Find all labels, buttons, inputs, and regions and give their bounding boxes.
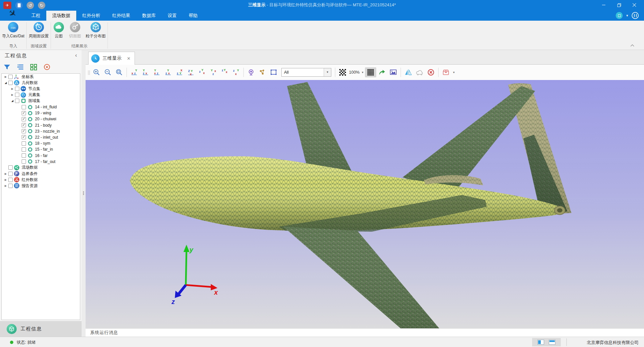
view-iso-nw-icon[interactable]: zYx: [219, 67, 230, 77]
toolbar-drag-handle[interactable]: ||: [87, 70, 91, 75]
ribbon-button-clock[interactable]: 周期面设置: [27, 22, 51, 39]
zoom-in-icon[interactable]: [91, 67, 102, 77]
view-iso-ne-icon[interactable]: zxY: [230, 67, 242, 77]
tree-row-元素集[interactable]: ▶元素集: [2, 92, 80, 98]
zoom-out-icon[interactable]: [102, 67, 114, 77]
tree-row-18-sym[interactable]: 18 - sym: [2, 140, 80, 146]
tree-row-坐标系[interactable]: ▶Yzx坐标系: [2, 74, 80, 80]
filter-icon[interactable]: [3, 63, 11, 71]
tree-checkbox[interactable]: [22, 105, 26, 109]
view-bottom-icon[interactable]: ZYX: [185, 67, 196, 77]
view-right-icon[interactable]: zxY: [162, 67, 174, 77]
tree-row-报告资源[interactable]: ▶报告资源: [2, 183, 80, 189]
panel-footer-bar[interactable]: 工程信息: [0, 321, 82, 337]
tree-row-19-wing[interactable]: 19 - wing: [2, 110, 80, 116]
ribbon-button-cas[interactable]: cas导入Cas/Dat: [0, 22, 26, 39]
tree-checkbox[interactable]: [8, 165, 13, 170]
tree-row-16-far[interactable]: 16 - far: [2, 152, 80, 158]
tree-expander-icon[interactable]: ▶: [4, 178, 8, 181]
tree-checkbox[interactable]: [15, 87, 19, 91]
viewport-3d[interactable]: y x z: [86, 80, 644, 328]
export-package-icon[interactable]: [440, 67, 452, 77]
ribbon-button-cloud[interactable]: 云图: [51, 22, 66, 39]
zoom-level-dropdown-icon[interactable]: ▼: [361, 71, 364, 74]
tree-checkbox[interactable]: [15, 93, 19, 97]
mirror-icon[interactable]: [403, 67, 414, 77]
tree-checkbox[interactable]: [22, 129, 26, 133]
export-arrow-icon[interactable]: [376, 67, 388, 77]
cloud-display-icon[interactable]: [414, 67, 425, 77]
tree-row-22-inlet_out[interactable]: 22 - inlet_out: [2, 134, 80, 140]
tree-checkbox[interactable]: [22, 111, 26, 115]
theme-button[interactable]: [616, 12, 623, 19]
tree-row-流场数据[interactable]: 流场数据: [2, 165, 80, 171]
layout-top-panel-icon[interactable]: [549, 340, 555, 345]
tree-expander-icon[interactable]: ▶: [4, 172, 8, 175]
panel-splitter[interactable]: •••: [82, 50, 86, 337]
grid-view-icon[interactable]: [29, 63, 38, 71]
minimize-button[interactable]: [596, 0, 611, 10]
tree-checkbox[interactable]: [22, 153, 26, 158]
tree-checkbox[interactable]: [8, 75, 13, 79]
view-iso-se-icon[interactable]: Yxz: [208, 67, 219, 77]
tree-row-15-far_in[interactable]: 15 - far_in: [2, 146, 80, 152]
ribbon-collapse-icon[interactable]: [630, 42, 635, 48]
tree-row-14-int_fluid[interactable]: 14 - int_fluid: [2, 104, 80, 110]
snapshot-icon[interactable]: [388, 67, 399, 77]
tree-checkbox[interactable]: [8, 178, 13, 182]
tree-row-几何数据[interactable]: ◢几何数据: [2, 80, 80, 86]
camera-icon[interactable]: [245, 67, 257, 77]
menu-item-6[interactable]: 帮助: [183, 11, 204, 21]
restore-button[interactable]: [611, 0, 627, 10]
ribbon-button-particles[interactable]: 粒子分布图: [84, 22, 108, 39]
clear-icon[interactable]: [425, 67, 437, 77]
rect-select-icon[interactable]: [268, 67, 279, 77]
tree-row-23-nozzle_in[interactable]: 23 - nozzle_in: [2, 128, 80, 134]
menu-item-3[interactable]: 红外结果: [106, 11, 136, 21]
tree-checkbox[interactable]: [8, 81, 13, 85]
tree-checkbox[interactable]: [22, 123, 26, 127]
menu-dropdown-icon[interactable]: ▼: [626, 14, 629, 17]
grid-toggle-icon[interactable]: [365, 67, 376, 77]
view-top-icon[interactable]: zYX: [174, 67, 185, 77]
tree-checkbox[interactable]: [22, 135, 26, 139]
zoom-level-value[interactable]: 100%: [349, 70, 360, 75]
tree-row-节点集[interactable]: ▶节点集: [2, 86, 80, 92]
locate-target-icon[interactable]: [43, 63, 51, 71]
tree-checkbox[interactable]: [8, 172, 13, 176]
layout-left-panel-icon[interactable]: [537, 340, 544, 345]
view-iso-sw-icon[interactable]: zYx: [196, 67, 208, 77]
tree-checkbox[interactable]: [22, 117, 26, 121]
tree-expander-icon[interactable]: ▶: [4, 184, 8, 187]
tab-3d-view[interactable]: 三维显示 ✕: [88, 52, 135, 65]
tree-expander-icon[interactable]: ▶: [10, 87, 14, 90]
tree-checkbox[interactable]: [22, 141, 26, 146]
export-dropdown-icon[interactable]: ▼: [453, 71, 455, 74]
tree-row-面域集[interactable]: ◢面域集: [2, 98, 80, 104]
tree-checkbox[interactable]: [22, 147, 26, 152]
tree-row-17-far_out[interactable]: 17 - far_out: [2, 159, 80, 165]
menu-item-0[interactable]: 工程: [25, 11, 46, 21]
tree-checkbox[interactable]: [15, 99, 19, 103]
texture-density-icon[interactable]: [337, 67, 348, 77]
tree-expander-icon[interactable]: ◢: [4, 81, 8, 84]
panel-collapse-icon[interactable]: ‹: [75, 52, 77, 58]
splitter-handle[interactable]: •••: [83, 191, 84, 195]
tree-row-20-chuiwei[interactable]: 20 - chuiwei: [2, 116, 80, 122]
combobox-dropdown-icon[interactable]: ▼: [324, 68, 331, 76]
tree-expander-icon[interactable]: ▶: [10, 93, 14, 96]
view-left-icon[interactable]: xzY: [151, 67, 162, 77]
view-front-icon[interactable]: xzY: [129, 67, 140, 77]
list-view-icon[interactable]: [16, 63, 25, 71]
tree-row-红外数据[interactable]: ▶红外数据: [2, 177, 80, 183]
tree-expander-icon[interactable]: ◢: [10, 99, 14, 102]
tree-row-21-body[interactable]: 21 - body: [2, 122, 80, 128]
menu-item-1[interactable]: 流场数据: [46, 11, 76, 21]
display-filter-combobox[interactable]: All▼: [281, 68, 331, 77]
tree-checkbox[interactable]: [22, 159, 26, 164]
tree-expander-icon[interactable]: ▶: [4, 75, 8, 78]
tab-close-icon[interactable]: ✕: [127, 56, 131, 61]
menu-item-5[interactable]: 设置: [162, 11, 183, 21]
menu-item-4[interactable]: 数据库: [136, 11, 162, 21]
close-button[interactable]: [627, 0, 642, 10]
